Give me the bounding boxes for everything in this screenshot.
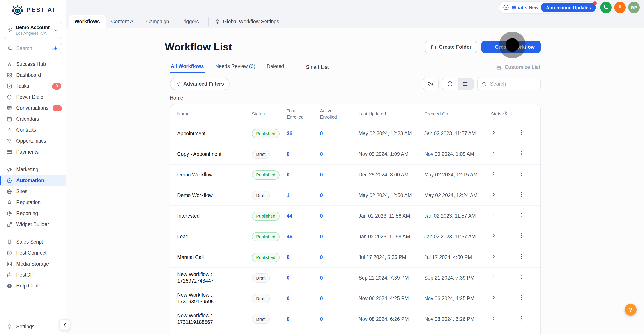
table-row[interactable]: New Workflow : 1731119188567 Draft 0 0 N… xyxy=(170,309,540,329)
active-enrolled-link[interactable]: 0 xyxy=(320,192,358,199)
total-enrolled-link[interactable]: 0 xyxy=(287,274,320,281)
open-workflow-button[interactable] xyxy=(491,150,496,156)
top-tab-triggers[interactable]: Triggers xyxy=(175,15,204,28)
top-tab-content-ai[interactable]: Content AI xyxy=(106,15,140,28)
open-workflow-button[interactable] xyxy=(491,274,496,280)
row-actions-menu-button[interactable] xyxy=(518,233,524,239)
active-enrolled-link[interactable]: 0 xyxy=(320,130,358,137)
sidebar-item-success-hub[interactable]: Success Hub xyxy=(0,59,66,70)
workflow-name[interactable]: Lead xyxy=(177,233,252,240)
row-actions-menu-button[interactable] xyxy=(518,150,524,156)
table-row[interactable]: Copy - Appointment Draft 0 0 Nov 09 2024… xyxy=(170,144,540,164)
sidebar-item-widget-builder[interactable]: Widget Builder xyxy=(0,219,66,230)
breadcrumb[interactable]: Home xyxy=(170,95,540,100)
workflow-name[interactable]: Interested xyxy=(177,213,252,219)
workflow-name[interactable]: Copy - Appointment xyxy=(177,151,252,157)
enrollment-history-button[interactable] xyxy=(422,77,438,90)
row-actions-menu-button[interactable] xyxy=(518,171,524,177)
sidebar-item-pest-connect[interactable]: Pest Connect xyxy=(0,247,66,258)
sidebar-item-power-dialer[interactable]: Power Dialer xyxy=(0,91,66,102)
automation-updates-badge[interactable]: Automation Updates xyxy=(541,3,596,12)
workflow-name[interactable]: New Workflow : 1731119188567 xyxy=(177,312,252,326)
table-row[interactable]: Demo Workflow Draft 1 0 May 02 2024, 12:… xyxy=(170,185,540,206)
active-enrolled-link[interactable]: 0 xyxy=(320,295,358,302)
workflow-search[interactable] xyxy=(477,77,540,90)
sidebar-item-pestgpt[interactable]: PestGPT xyxy=(0,269,66,280)
sidebar-item-settings[interactable]: Settings xyxy=(0,319,66,334)
sidebar-item-calendars[interactable]: Calendars xyxy=(0,113,66,124)
top-tab-workflows[interactable]: Workflows xyxy=(69,15,106,28)
table-row[interactable]: Demo Workflow Published 0 0 Dec 25 2024,… xyxy=(170,164,540,185)
sidebar-search-input[interactable] xyxy=(15,45,48,51)
sidebar-search[interactable] xyxy=(4,42,62,54)
active-enrolled-link[interactable]: 0 xyxy=(320,172,358,178)
active-enrolled-link[interactable]: 0 xyxy=(320,213,358,219)
open-workflow-button[interactable] xyxy=(491,254,496,259)
row-actions-menu-button[interactable] xyxy=(518,253,524,259)
sidebar-item-sales-script[interactable]: Sales Script xyxy=(0,236,66,247)
workflow-name[interactable]: Demo Workflow xyxy=(177,192,252,199)
active-enrolled-link[interactable]: 0 xyxy=(320,151,358,157)
open-workflow-button[interactable] xyxy=(491,171,496,177)
smart-list-button[interactable]: Smart List xyxy=(298,65,329,70)
workflow-name[interactable]: New Workflow : 1726972743447 xyxy=(177,271,252,284)
sidebar-item-sites[interactable]: Sites xyxy=(0,186,66,197)
workflow-name[interactable]: Manual Call xyxy=(177,254,252,260)
notifications-button[interactable] xyxy=(614,2,626,13)
sidebar-item-contacts[interactable]: Contacts xyxy=(0,124,66,135)
sidebar-item-marketing[interactable]: Marketing xyxy=(0,164,66,175)
table-row[interactable]: Manual Call Published 0 0 Jul 17 2024, 5… xyxy=(170,247,540,268)
table-row[interactable]: New Workflow : 1730939139595 Draft 0 0 N… xyxy=(170,288,540,309)
total-enrolled-link[interactable]: 1 xyxy=(287,192,320,199)
open-workflow-button[interactable] xyxy=(491,212,496,218)
row-actions-menu-button[interactable] xyxy=(518,274,524,280)
table-row[interactable]: Interested Published 44 0 Jan 02 2023, 1… xyxy=(170,206,540,227)
open-workflow-button[interactable] xyxy=(491,295,496,300)
phone-button[interactable] xyxy=(600,2,612,13)
sidebar-item-media-storage[interactable]: Media Storage xyxy=(0,258,66,269)
sidebar-item-reputation[interactable]: Reputation xyxy=(0,197,66,208)
total-enrolled-link[interactable]: 36 xyxy=(287,130,320,137)
sidebar-item-automation[interactable]: Automation xyxy=(0,175,66,186)
active-enrolled-link[interactable]: 0 xyxy=(320,254,358,260)
help-floating-button[interactable]: ? xyxy=(625,304,636,315)
workflow-name[interactable]: Demo Workflow xyxy=(177,172,252,178)
top-tab-campaign[interactable]: Campaign xyxy=(140,15,175,28)
active-enrolled-link[interactable]: 0 xyxy=(320,316,358,322)
row-actions-menu-button[interactable] xyxy=(518,191,524,198)
sidebar-item-reporting[interactable]: Reporting xyxy=(0,208,66,219)
list-tab-deleted[interactable]: Deleted xyxy=(266,61,285,73)
workflow-name[interactable]: Appointment xyxy=(177,130,252,137)
user-avatar[interactable]: GP xyxy=(628,2,640,13)
list-tab-all-workflows[interactable]: All Workflows xyxy=(170,61,205,73)
table-row[interactable]: Lead Published 46 0 Jan 02 2023, 11:58 A… xyxy=(170,227,540,247)
open-workflow-button[interactable] xyxy=(491,233,496,238)
open-workflow-button[interactable] xyxy=(491,192,496,197)
collapse-sidebar-button[interactable] xyxy=(59,319,70,330)
sidebar-item-payments[interactable]: Payments xyxy=(0,146,66,157)
row-actions-menu-button[interactable] xyxy=(518,212,524,218)
global-workflow-settings-link[interactable]: Global Workflow Settings xyxy=(212,15,282,28)
active-enrolled-link[interactable]: 0 xyxy=(320,233,358,240)
total-enrolled-link[interactable]: 46 xyxy=(287,233,320,240)
quick-actions-bolt-icon[interactable] xyxy=(52,45,58,52)
list-view-button[interactable] xyxy=(458,78,473,90)
sidebar-item-opportunities[interactable]: Opportunities xyxy=(0,135,66,146)
table-row[interactable]: Appointment Published 36 0 May 02 2024, … xyxy=(170,123,540,144)
row-actions-menu-button[interactable] xyxy=(518,294,524,301)
sidebar-item-help-center[interactable]: ?Help Center xyxy=(0,280,66,291)
table-row[interactable]: New Workflow : 1726972743447 Draft 0 0 S… xyxy=(170,268,540,288)
total-enrolled-link[interactable]: 0 xyxy=(287,172,320,178)
sidebar-item-tasks[interactable]: Tasks3 xyxy=(0,81,66,91)
total-enrolled-link[interactable]: 0 xyxy=(287,316,320,322)
customize-list-button[interactable]: Customize List xyxy=(496,64,540,70)
open-workflow-button[interactable] xyxy=(491,130,496,135)
create-folder-button[interactable]: Create Folder xyxy=(425,41,477,53)
open-workflow-button[interactable] xyxy=(491,315,496,321)
workflow-search-input[interactable] xyxy=(489,81,536,87)
total-enrolled-link[interactable]: 0 xyxy=(287,254,320,260)
active-enrolled-link[interactable]: 0 xyxy=(320,274,358,281)
total-enrolled-link[interactable]: 0 xyxy=(287,295,320,302)
time-view-button[interactable] xyxy=(442,78,458,90)
advanced-filters-button[interactable]: Advanced Filters xyxy=(170,78,230,90)
